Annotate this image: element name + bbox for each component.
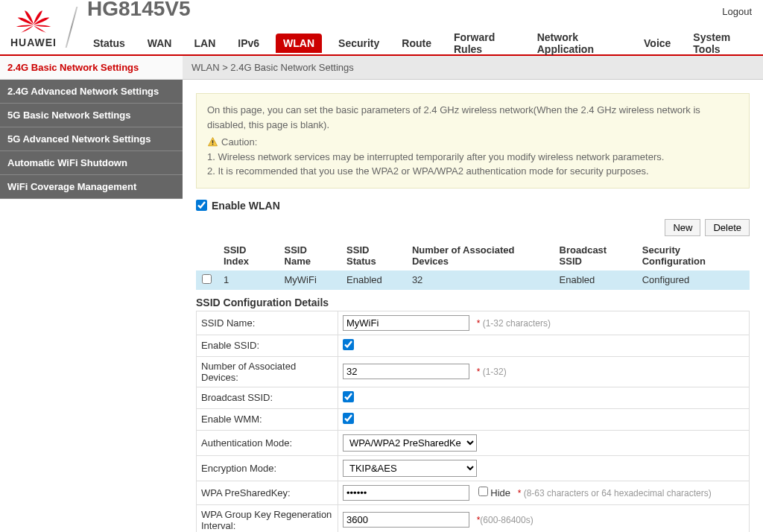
top-nav: StatusWANLANIPv6WLANSecurityRouteForward… <box>87 28 756 58</box>
svg-rect-0 <box>212 141 214 144</box>
enable-wlan-row: Enable WLAN <box>196 200 750 212</box>
topnav-item-route[interactable]: Route <box>396 34 437 52</box>
svg-rect-1 <box>212 144 214 145</box>
topnav-item-security[interactable]: Security <box>332 34 385 52</box>
enable-ssid-checkbox[interactable] <box>343 339 354 350</box>
psk-hide-label: Hide <box>490 487 510 498</box>
sidebar-item-automatic-wifi-shutdown[interactable]: Automatic WiFi Shutdown <box>0 151 183 175</box>
enable-wlan-label: Enable WLAN <box>212 200 280 212</box>
topnav-item-status[interactable]: Status <box>87 34 131 52</box>
ssid-table: SSID Index SSID Name SSID Status Number … <box>196 241 750 290</box>
topnav-item-ipv6[interactable]: IPv6 <box>232 34 265 52</box>
caution-label: Caution: <box>221 135 257 150</box>
psk-hint: * (8-63 characters or 64 hexadecimal cha… <box>518 488 712 498</box>
ssid-name-input[interactable] <box>343 315 469 331</box>
notice-box: On this page, you can set the basic para… <box>196 93 750 189</box>
ssid-form: SSID Name: * (1-32 characters) Enable SS… <box>196 311 750 533</box>
regen-label: WPA Group Key Regeneration Interval: <box>197 504 338 532</box>
notice-line2: 2. It is recommended that you use the WP… <box>207 164 738 179</box>
topnav-item-network-application[interactable]: Network Application <box>531 28 627 58</box>
topnav-item-system-tools[interactable]: System Tools <box>687 28 756 58</box>
enable-wmm-checkbox[interactable] <box>343 413 354 424</box>
ssid-name-hint: * (1-32 characters) <box>477 318 551 329</box>
broadcast-ssid-checkbox[interactable] <box>343 391 354 402</box>
header: HUAWEI HG8145V5 StatusWANLANIPv6WLANSecu… <box>0 0 763 56</box>
sidebar: 2.4G Basic Network Settings2.4G Advanced… <box>0 56 183 532</box>
psk-hide-checkbox[interactable] <box>478 487 488 496</box>
header-divider <box>66 7 78 48</box>
auth-mode-label: Authentication Mode: <box>197 430 338 455</box>
regen-hint: *(600-86400s) <box>477 515 534 525</box>
topnav-item-wlan[interactable]: WLAN <box>276 34 322 53</box>
enable-wmm-label: Enable WMM: <box>197 408 338 430</box>
notice-line1: 1. Wireless network services may be inte… <box>207 150 738 165</box>
ssid-header-row: SSID Index SSID Name SSID Status Number … <box>196 241 750 270</box>
huawei-logo-icon <box>7 7 60 37</box>
sidebar-item-2-4g-basic-network-settings[interactable]: 2.4G Basic Network Settings <box>0 56 183 80</box>
sidebar-item-2-4g-advanced-network-settings[interactable]: 2.4G Advanced Network Settings <box>0 80 183 104</box>
regen-input[interactable] <box>343 512 469 528</box>
auth-mode-select[interactable]: WPA/WPA2 PreSharedKey <box>343 434 477 452</box>
sidebar-item-5g-advanced-network-settings[interactable]: 5G Advanced Network Settings <box>0 127 183 151</box>
model-title: HG8145V5 <box>87 0 756 21</box>
topnav-item-forward-rules[interactable]: Forward Rules <box>448 28 521 58</box>
topnav-item-wan[interactable]: WAN <box>142 34 178 52</box>
sidebar-item-wifi-coverage-management[interactable]: WiFi Coverage Management <box>0 175 183 199</box>
sidebar-item-5g-basic-network-settings[interactable]: 5G Basic Network Settings <box>0 104 183 127</box>
topnav-item-voice[interactable]: Voice <box>638 34 677 52</box>
new-button[interactable]: New <box>665 219 700 236</box>
enable-ssid-label: Enable SSID: <box>197 335 338 356</box>
topnav-item-lan[interactable]: LAN <box>188 34 221 52</box>
ssid-name-label: SSID Name: <box>197 311 338 335</box>
brand-text: HUAWEI <box>10 37 57 48</box>
content: WLAN > 2.4G Basic Network Settings On th… <box>183 56 763 532</box>
section-title: SSID Configuration Details <box>196 294 750 311</box>
delete-button[interactable]: Delete <box>705 219 750 236</box>
num-devices-label: Number of Associated Devices: <box>197 356 338 387</box>
num-devices-hint: * (1-32) <box>477 367 507 377</box>
notice-intro: On this page, you can set the basic para… <box>207 103 738 132</box>
psk-input[interactable] <box>343 485 469 501</box>
logo-block: HUAWEI <box>7 7 60 48</box>
enable-wlan-checkbox[interactable] <box>196 200 207 211</box>
ssid-row-checkbox[interactable] <box>202 274 212 284</box>
button-row: New Delete <box>196 219 750 236</box>
ssid-row[interactable]: 1 MyWiFi Enabled 32 Enabled Configured <box>196 270 750 290</box>
caution-icon <box>207 136 218 148</box>
breadcrumb: WLAN > 2.4G Basic Network Settings <box>183 56 763 80</box>
logout-link[interactable]: Logout <box>722 6 752 17</box>
enc-mode-label: Encryption Mode: <box>197 455 338 481</box>
broadcast-ssid-label: Broadcast SSID: <box>197 387 338 408</box>
enc-mode-select[interactable]: TKIP&AES <box>343 460 477 477</box>
num-devices-input[interactable] <box>343 364 469 379</box>
psk-label: WPA PreSharedKey: <box>197 481 338 504</box>
